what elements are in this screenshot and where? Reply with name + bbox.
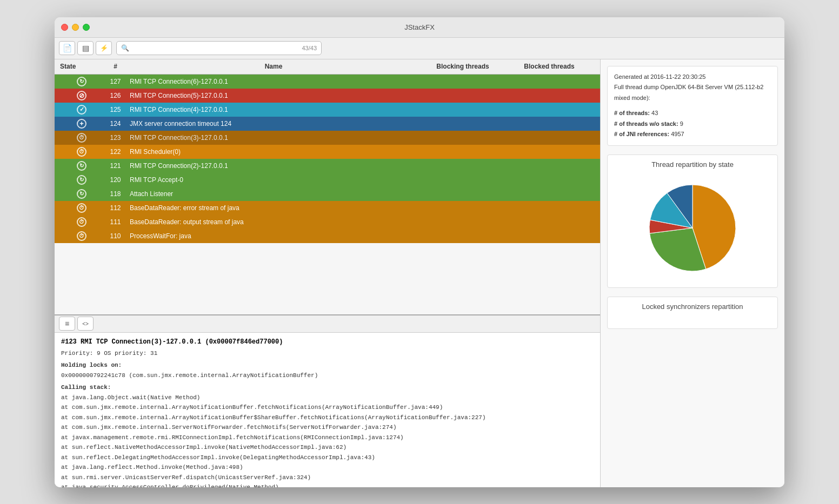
pie-svg	[638, 174, 747, 282]
doc-icon: 📄	[63, 44, 72, 52]
state-cell: ✓	[55, 105, 103, 115]
col-num: #	[103, 63, 128, 70]
stack-line: at com.sun.jmx.remote.internal.ArrayNoti…	[61, 403, 594, 412]
stack-line: at sun.reflect.DelegatingMethodAccessorI…	[61, 453, 594, 462]
name-cell: BaseDataReader: error stream of java	[128, 204, 427, 212]
list-icon: ≡	[65, 319, 69, 328]
waiting-icon: ⏱	[77, 133, 86, 143]
maximize-button[interactable]	[83, 24, 90, 31]
nav-button[interactable]: ⚡	[96, 41, 112, 55]
table-row[interactable]: ↻ 118 Attach Listener	[55, 187, 600, 201]
pie-chart	[638, 174, 747, 282]
jni-label: # of JNI references:	[614, 131, 669, 137]
info-box: Generated at 2016-11-22 20:30:25 Full th…	[607, 66, 778, 146]
name-cell: RMI TCP Connection(3)-127.0.0.1	[128, 134, 427, 142]
state-cell: ↻	[55, 77, 103, 86]
table-row[interactable]: ⏱ 123 RMI TCP Connection(3)-127.0.0.1	[55, 131, 600, 145]
table-header: State # Name Blocking threads Blocked th…	[55, 59, 600, 75]
num-cell: 122	[103, 148, 128, 156]
minimize-button[interactable]	[72, 24, 79, 31]
locked-sync-box: Locked synchronizers repartition	[607, 297, 778, 329]
detail-priority: Priority: 9 OS priority: 31	[61, 349, 594, 358]
left-panel: State # Name Blocking threads Blocked th…	[55, 59, 601, 487]
stack-line: at sun.rmi.server.UnicastServerRef.dispa…	[61, 473, 594, 482]
num-cell: 118	[103, 190, 128, 198]
state-cell: ↻	[55, 175, 103, 185]
state-cell: ↻	[55, 189, 103, 199]
col-blocked: Blocked threads	[506, 63, 592, 70]
name-cell: RMI TCP Connection(4)-127.0.0.1	[128, 106, 427, 113]
name-cell: RMI Scheduler(0)	[128, 148, 427, 156]
locked-sync-title: Locked synchronizers repartition	[614, 303, 771, 311]
table-row[interactable]: ↻ 120 RMI TCP Accept-0	[55, 173, 600, 187]
waiting-icon: ⏱	[77, 217, 86, 227]
thread-list[interactable]: ↻ 127 RMI TCP Connection(6)-127.0.0.1 ⊘ …	[55, 75, 600, 314]
blocked-icon: ⊘	[77, 91, 86, 100]
stack-line: at java.security.AccessController.doPriv…	[61, 483, 594, 487]
holding-locks-label: Holding locks on:	[61, 362, 122, 368]
table-row[interactable]: ↻ 127 RMI TCP Connection(6)-127.0.0.1	[55, 75, 600, 89]
table-row[interactable]: ⏱ 122 RMI Scheduler(0)	[55, 145, 600, 159]
num-cell: 127	[103, 78, 128, 85]
state-cell: ⊘	[55, 91, 103, 100]
generated-text: Generated at 2016-11-22 20:30:25	[614, 72, 771, 83]
name-cell: RMI TCP Accept-0	[128, 176, 427, 184]
search-icon: 🔍	[121, 44, 129, 52]
search-bar[interactable]: 🔍 43/43	[116, 41, 322, 55]
threads-no-stack-label: # of threads w/o stack:	[614, 120, 678, 127]
stack-button[interactable]: ▤	[77, 41, 94, 55]
table-row[interactable]: + 124 JMX server connection timeout 124	[55, 117, 600, 131]
runnable-icon: ↻	[77, 175, 86, 185]
num-cell: 112	[103, 204, 128, 212]
state-cell: +	[55, 119, 103, 129]
waiting-icon: ⏱	[77, 231, 86, 241]
col-name: Name	[128, 63, 420, 70]
stack-line: at com.sun.jmx.remote.internal.ArrayNoti…	[61, 413, 594, 422]
num-cell: 110	[103, 232, 128, 240]
jni-value: 4957	[671, 131, 684, 137]
name-cell: JMX server connection timeout 124	[128, 120, 427, 127]
window-title: JStackFX	[404, 23, 435, 31]
main-window: JStackFX 📄 ▤ ⚡ 🔍 43/43 State # Name Bloc…	[55, 17, 784, 487]
stack-line: at java.lang.reflect.Method.invoke(Metho…	[61, 463, 594, 472]
stack-line: at java.lang.Object.wait(Native Method)	[61, 393, 594, 402]
nav-icon: ⚡	[100, 44, 108, 52]
name-cell: RMI TCP Connection(6)-127.0.0.1	[128, 78, 427, 85]
code-view-button[interactable]: <>	[77, 317, 94, 331]
waiting-icon: ⏱	[77, 203, 86, 213]
state-cell: ⏱	[55, 133, 103, 143]
close-button[interactable]	[61, 24, 68, 31]
table-row[interactable]: ⏱ 111 BaseDataReader: output stream of j…	[55, 215, 600, 229]
runnable-icon: ↻	[77, 77, 86, 86]
table-row[interactable]: ⏱ 112 BaseDataReader: error stream of ja…	[55, 201, 600, 215]
titlebar: JStackFX	[55, 17, 784, 38]
detail-content: #123 RMI TCP Connection(3)-127.0.0.1 (0x…	[55, 333, 600, 487]
num-cell: 123	[103, 134, 128, 142]
bottom-panel: ≡ <> #123 RMI TCP Connection(3)-127.0.0.…	[55, 314, 600, 487]
threads-value: 43	[651, 110, 658, 116]
col-state: State	[55, 63, 103, 70]
stack-line: at javax.management.remote.rmi.RMIConnec…	[61, 433, 594, 442]
table-row[interactable]: ✓ 125 RMI TCP Connection(4)-127.0.0.1	[55, 103, 600, 117]
name-cell: RMI TCP Connection(2)-127.0.0.1	[128, 162, 427, 170]
waiting-icon: ⏱	[77, 147, 86, 157]
jni-line: # of JNI references: 4957	[614, 129, 771, 140]
check-icon: ✓	[77, 105, 86, 115]
table-row[interactable]: ↻ 121 RMI TCP Connection(2)-127.0.0.1	[55, 159, 600, 173]
new-icon: +	[77, 119, 86, 129]
table-row[interactable]: ⏱ 110 ProcessWaitFor: java	[55, 229, 600, 243]
state-cell: ⏱	[55, 203, 103, 213]
chart-title: Thread repartition by state	[651, 160, 734, 169]
state-cell: ⏱	[55, 231, 103, 241]
stack-lines: at java.lang.Object.wait(Native Method)a…	[61, 393, 594, 487]
search-input[interactable]	[131, 44, 302, 52]
threads-label: # of threads:	[614, 110, 650, 116]
threads-no-stack-line: # of threads w/o stack: 9	[614, 119, 771, 130]
list-view-button[interactable]: ≡	[59, 317, 75, 331]
main-area: State # Name Blocking threads Blocked th…	[55, 59, 784, 487]
num-cell: 126	[103, 92, 128, 99]
table-row[interactable]: ⊘ 126 RMI TCP Connection(5)-127.0.0.1	[55, 89, 600, 103]
doc-button[interactable]: 📄	[59, 41, 75, 55]
num-cell: 121	[103, 162, 128, 170]
description-text: Full thread dump OpenJDK 64-Bit Server V…	[614, 82, 771, 104]
